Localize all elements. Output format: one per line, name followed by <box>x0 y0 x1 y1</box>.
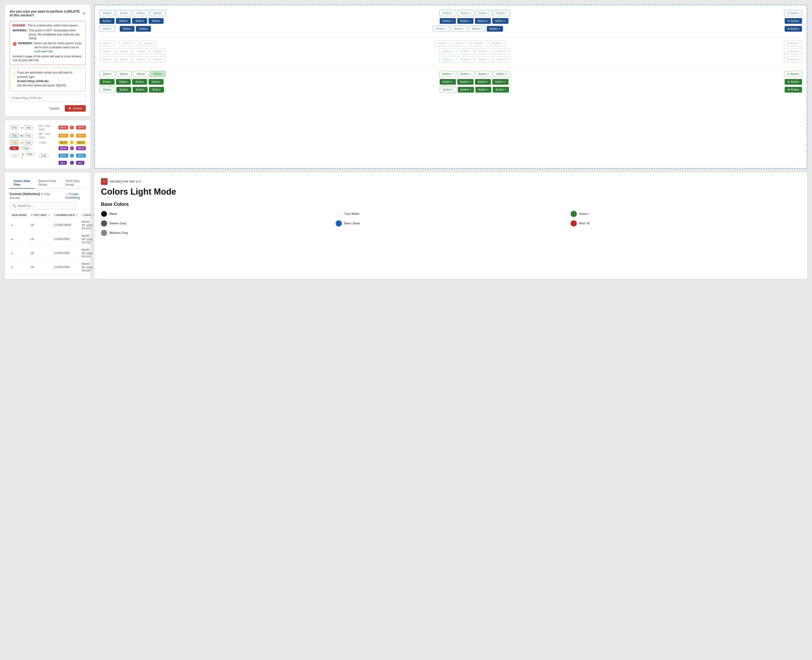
tab-active-data-view[interactable]: Active Data View <box>10 177 35 189</box>
btn-blue-solid-1[interactable]: Button <box>100 18 114 24</box>
btn-green-mixed-dd-4[interactable]: Button▾ <box>493 87 509 92</box>
swatch-circle-green <box>570 211 577 217</box>
chip-orange-1[interactable]: Chip <box>10 140 19 144</box>
btn-green-solid-dd-4[interactable]: Button▾ <box>492 79 508 85</box>
btn-blue-solid-3[interactable]: Button <box>132 18 147 24</box>
create-something-button[interactable]: + Create Something <box>59 192 86 199</box>
btn-green-outline-light[interactable]: Button <box>150 71 165 77</box>
btn-green-outline-dd-4[interactable]: Button▾ <box>494 71 510 77</box>
close-button[interactable]: ✕ <box>83 11 86 16</box>
btn-blue-outline-dd-3[interactable]: Button▾ <box>476 10 492 16</box>
btn-green-solid-4[interactable]: Button <box>149 79 164 85</box>
btn-green-outline-dd-3[interactable]: Button▾ <box>476 71 492 77</box>
btn-green-mixed-dd-2[interactable]: Button▾ <box>458 87 474 92</box>
btn-blue-solid-dd-3[interactable]: Button▾ <box>475 18 491 24</box>
btn-blue-outline-dd-2[interactable]: Button▾ <box>458 10 474 16</box>
btn-blue-mixed-3[interactable]: Button <box>136 26 151 32</box>
chip-dot-1 <box>21 127 22 129</box>
search-input[interactable] <box>17 204 73 208</box>
btn-blue-mixed-dd-4[interactable]: Button▾ <box>487 26 503 32</box>
btn-green-outline-dd-1[interactable]: Button▾ <box>439 71 456 77</box>
cancel-button[interactable]: Cancel <box>46 105 62 112</box>
delete-button[interactable]: 🗑 Delete <box>65 105 86 112</box>
btn-blue-outline-1[interactable]: Button <box>100 10 115 16</box>
btn-blue-mixed-dd-3[interactable]: Button▾ <box>469 26 485 32</box>
btn-green-solid-3[interactable]: Button <box>132 79 147 85</box>
btn-green-outline-1[interactable]: Button <box>100 71 115 77</box>
btn-blue-mixed-2[interactable]: Button <box>120 26 135 32</box>
expand-button-2[interactable]: ▶ <box>11 238 13 241</box>
team-link[interactable]: #ask-team-abc <box>34 50 53 53</box>
btn-green-solid-1[interactable]: Button <box>100 79 114 85</box>
btn-green-mixed-dd-1[interactable]: Button▾ <box>440 87 456 93</box>
btn-green-outline-2[interactable]: Button <box>116 71 132 77</box>
sort-icon-text[interactable]: ⇕ <box>48 214 50 216</box>
dev-count-1: 1 <box>70 161 74 165</box>
btn-icon-blue-1[interactable]: ⊕Button <box>785 18 802 24</box>
sev2-badge-1: SEV2 <box>59 134 68 138</box>
btn-blue-solid-dd-4[interactable]: Button▾ <box>492 18 508 24</box>
breadcrumb-1: All > User input <box>39 124 50 131</box>
brand-row: 🛡 ARCANE FOR UDP & IT <box>101 178 801 185</box>
date-cell-4: Month dd, yyyy, hh:mm <box>80 260 96 274</box>
chip-label-4: Chip <box>21 146 31 151</box>
btn-green-mixed-1[interactable]: Button <box>100 87 115 93</box>
btn-green-mixed-3[interactable]: Button <box>133 87 148 92</box>
btn-green-outline-dd-2[interactable]: Button▾ <box>458 71 474 77</box>
circle-icon: ⊕ <box>788 19 790 22</box>
btn-blue-solid-dd-2[interactable]: Button▾ <box>457 18 474 24</box>
delete-confirm-input[interactable] <box>10 94 86 102</box>
btn-green-outline-3[interactable]: Button <box>133 71 149 77</box>
expand-button-3[interactable]: ▶ <box>11 252 13 255</box>
btn-blue-outline-dd-1[interactable]: Button▾ <box>439 10 456 16</box>
btn-blue-mixed-1[interactable]: Button <box>100 26 115 32</box>
btn-blue-dis-dd-3: Button▾ <box>471 40 488 46</box>
btn-icon-green-outline-1[interactable]: ⊕Button <box>784 71 802 77</box>
btn-blue-mixed-dd-1[interactable]: Button▾ <box>433 26 450 32</box>
btn-green-solid-2[interactable]: Button <box>116 79 131 85</box>
btn-blue-outline-4[interactable]: Button <box>150 10 165 16</box>
url-link-4[interactable]: Url <box>30 265 34 269</box>
url-link-2[interactable]: Url <box>30 238 34 241</box>
btn-blue-solid-2[interactable]: Button <box>116 18 131 24</box>
btn-blue-outline-dd-4[interactable]: Button▾ <box>494 10 510 16</box>
chip-label-3: Chip <box>23 140 33 144</box>
circle-icon: ⊕ <box>788 80 790 84</box>
sev4-tag-1: SEV4 <box>76 146 86 150</box>
chip-red-1[interactable]: Chip <box>10 146 19 150</box>
expand-button-4[interactable]: ▶ <box>11 266 13 269</box>
btn-blue-outline-2[interactable]: Button <box>116 10 132 16</box>
btn-green-mixed-4[interactable]: Button <box>149 87 164 92</box>
chevron-down-icon: ▾ <box>501 42 502 44</box>
btn-green-solid-dd-1[interactable]: Button▾ <box>440 79 456 85</box>
btn-green-solid-dd-3[interactable]: Button▾ <box>475 79 491 85</box>
btn-green-solid-dd-2[interactable]: Button▾ <box>457 79 474 85</box>
url-link-3[interactable]: Url <box>30 251 34 255</box>
btn-green-mixed-2[interactable]: Button <box>116 87 132 92</box>
chip-row-1: Chip Chip All > User input SEV1 1 SEV1 <box>9 124 87 132</box>
danger-row-3: ⛔ WARNING: Never use this for lorem ipsu… <box>13 41 83 53</box>
btn-icon-blue-2[interactable]: ⊕Button <box>785 26 802 32</box>
chip-default-1[interactable]: Chip <box>10 125 19 130</box>
btn-icon-green-2[interactable]: ⊕Button <box>785 87 802 92</box>
tab-third-data-group[interactable]: Third Data Group <box>61 177 86 189</box>
btn-green-mixed-dd-3[interactable]: Button▾ <box>475 87 492 92</box>
expand-button-1[interactable]: ▶ <box>11 224 13 227</box>
sort-icon-number[interactable]: ⇕ <box>76 214 78 216</box>
url-link-1[interactable]: Url <box>30 224 34 227</box>
dev-badge-1: DEV <box>59 161 67 165</box>
btn-blue-outline-3[interactable]: Button <box>133 10 149 16</box>
danger-row-2: WARNING: This action is NOT recoverable … <box>13 29 83 40</box>
btn-icon-blue-outline-1[interactable]: ⊕Button <box>784 10 802 16</box>
tab-second-data-group[interactable]: Second Data Group <box>35 177 61 189</box>
btn-blue-mixed-dd-2[interactable]: Button▾ <box>451 26 467 32</box>
col-number-info: ⊙ NUMBER INFO ⇕ <box>52 212 80 218</box>
btn-icon-green-1[interactable]: ⊕Button <box>785 79 802 85</box>
btn-blue-solid-4[interactable]: Button <box>149 18 164 24</box>
close-icon[interactable]: ✕ <box>21 157 23 159</box>
btn-blue-solid-dd-1[interactable]: Button▾ <box>440 18 456 24</box>
chip-blue-1[interactable]: Chip <box>10 133 19 138</box>
brand-label: ARCANE FOR UDP & IT <box>110 180 141 183</box>
button-grid-panel: Button Button Button Button Button▾ Butt… <box>94 5 807 169</box>
warning-label-1: WARNING: <box>13 29 27 33</box>
